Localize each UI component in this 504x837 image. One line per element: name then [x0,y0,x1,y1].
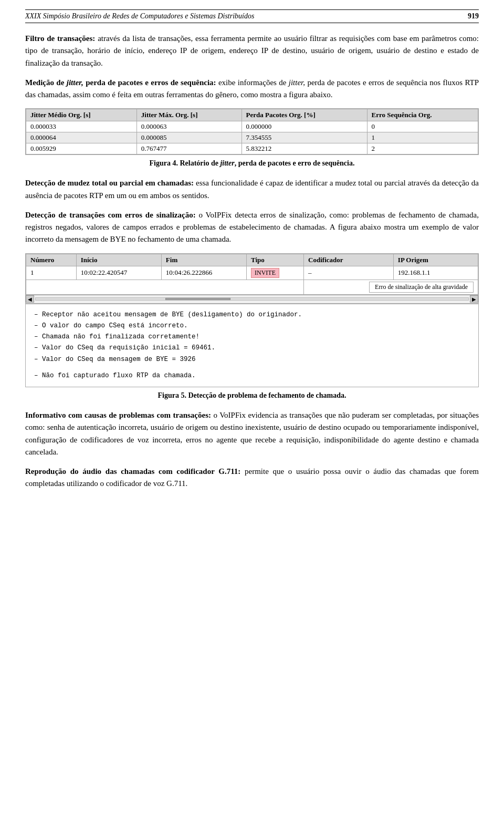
trans-col-inicio: Início [76,254,161,266]
filtro-section: Filtro de transações: através da lista d… [25,33,479,69]
figura4-label: Figura 4. Relatório de jitter, perda de … [150,159,355,167]
jitter-col-2: Jitter Máx. Org. [s] [136,109,242,121]
jitter-row3-col3: 5.832212 [242,143,367,154]
reproducao-section: Reprodução do áudio das chamadas com cod… [25,466,479,490]
jitter-col-4: Erro Sequência Org. [367,109,478,121]
trans-col-tipo: Tipo [246,254,303,266]
table-row: 0.000033 0.000063 0.000000 0 [26,121,478,132]
error-badge: Erro de sinalização de alta gravidade [369,282,474,293]
transactions-table-container: Número Início Fim Tipo Codificador IP Or… [25,253,479,304]
figura5-label: Figura 5. Detecção de problema de fecham… [158,391,346,399]
page-number: 919 [468,12,479,20]
trans-row1-tipo: INVITE [246,266,303,280]
trans-row1-ip: 192.168.1.1 [393,266,478,280]
sinalizacao-section: Detecção de transações com erros de sina… [25,209,479,246]
invite-badge: INVITE [251,268,279,278]
table-row-empty: Erro de sinalização de alta gravidade [26,280,478,294]
jitter-col-3: Perda Pacotes Org. [%] [242,109,367,121]
table-row: 1 10:02:22.420547 10:04:26.222866 INVITE… [26,266,478,280]
jitter-table-header-row: Jitter Médio Org. [s] Jitter Máx. Org. [… [26,109,478,121]
trans-row1-codificador: – [304,266,394,280]
jitter-section: Medição de jitter, perda de pacotes e er… [25,77,479,101]
informativo-label: Informativo com causas de problemas com … [25,411,211,419]
jitter-col-1: Jitter Médio Org. [s] [26,109,137,121]
jitter-row2-col3: 7.354555 [242,132,367,143]
jitter-row1-col1: 0.000033 [26,121,137,132]
mudez-section: Detecção de mudez total ou parcial em ch… [25,177,479,202]
scrollbar-right-arrow[interactable]: ▶ [470,295,478,303]
scrollbar-track[interactable] [35,297,469,301]
trans-row1-fim: 10:04:26.222866 [161,266,246,280]
table-row: 0.000064 0.000085 7.354555 1 [26,132,478,143]
trans-col-numero: Número [26,254,77,266]
reproducao-label: Reprodução do áudio das chamadas com cod… [25,467,240,476]
scrollbar-thumb[interactable] [165,298,230,300]
jitter-row2-col4: 1 [367,132,478,143]
trans-header-row: Número Início Fim Tipo Codificador IP Or… [26,254,478,266]
figura4-caption: Figura 4. Relatório de jitter, perda de … [25,159,479,168]
jitter-row3-col1: 0.005929 [26,143,137,154]
trans-col-codificador: Codificador [304,254,394,266]
console-line-1: – Receptor não aceitou mensagem de BYE (… [34,309,470,321]
table-row: 0.005929 0.767477 5.832212 2 [26,143,478,154]
page-header: XXIX Simpósio Brasileiro de Redes de Com… [25,9,479,23]
trans-row1-numero: 1 [26,266,77,280]
jitter-row1-col3: 0.000000 [242,121,367,132]
console-line-2: – O valor do campo CSeq está incorreto. [34,321,470,332]
console-line-3: – Chamada não foi finalizada corretament… [34,332,470,343]
trans-row1-inicio: 10:02:22.420547 [76,266,161,280]
mudez-label: Detecção de mudez total ou parcial em ch… [25,179,194,187]
scrollbar-left-arrow[interactable]: ◀ [26,295,34,303]
figura5-caption: Figura 5. Detecção de problema de fecham… [25,391,479,400]
console-line-4: – Valor do CSeq da requisição inicial = … [34,343,470,354]
horizontal-scrollbar[interactable]: ◀ ▶ [26,295,478,303]
jitter-table: Jitter Médio Org. [s] Jitter Máx. Org. [… [26,109,478,154]
jitter-row1-col2: 0.000063 [136,121,242,132]
console-output: – Receptor não aceitou mensagem de BYE (… [25,304,479,388]
jitter-row3-col4: 2 [367,143,478,154]
header-title: XXIX Simpósio Brasileiro de Redes de Com… [25,12,254,20]
informativo-section: Informativo com causas de problemas com … [25,409,479,458]
console-line-5: – Valor do CSeq da mensagem de BYE = 392… [34,354,470,365]
trans-col-fim: Fim [161,254,246,266]
jitter-row2-col1: 0.000064 [26,132,137,143]
jitter-row2-col2: 0.000085 [136,132,242,143]
filtro-label: Filtro de transações: [25,34,95,43]
trans-col-ip: IP Origem [393,254,478,266]
console-line-7: – Não foi capturado fluxo RTP da chamada… [34,370,470,381]
sinalizacao-label: Detecção de transações com erros de sina… [25,211,196,219]
console-line-6 [34,365,470,370]
jitter-table-container: Jitter Médio Org. [s] Jitter Máx. Org. [… [25,108,479,155]
jitter-row1-col4: 0 [367,121,478,132]
jitter-row3-col2: 0.767477 [136,143,242,154]
transactions-table: Número Início Fim Tipo Codificador IP Or… [26,254,478,295]
jitter-label-bold: Medição de jitter, perda de pacotes e er… [25,78,216,87]
